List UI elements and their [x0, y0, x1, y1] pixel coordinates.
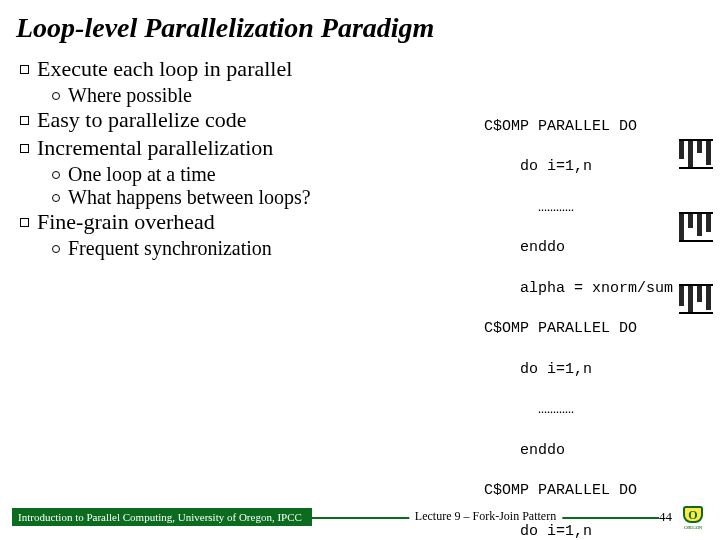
code-line: do i=1,n: [484, 157, 673, 177]
bullet-square-icon: [20, 144, 29, 153]
bullet-text: Frequent synchronization: [68, 237, 272, 260]
logo-letter: O: [683, 506, 703, 523]
bullet-text: One loop at a time: [68, 163, 216, 186]
code-line: C$OMP PARALLEL DO: [484, 117, 673, 137]
code-column: C$OMP PARALLEL DO do i=1,n ………… enddo al…: [484, 56, 704, 540]
bullet-easy: Easy to parallelize code: [16, 107, 476, 133]
slide-footer: Introduction to Parallel Computing, Univ…: [0, 500, 720, 540]
footer-divider: Lecture 9 – Fork-Join Pattern: [312, 507, 659, 527]
bullet-execute: Execute each loop in parallel: [16, 56, 476, 82]
code-line: C$OMP PARALLEL DO: [484, 319, 673, 339]
bullet-circle-icon: [52, 245, 60, 253]
page-title: Loop-level Parallelization Paradigm: [16, 12, 704, 44]
code-line: …………: [484, 198, 673, 218]
subbullet-whathappens: What happens between loops?: [52, 186, 476, 209]
code-line: enddo: [484, 441, 673, 461]
thread-group: [679, 139, 713, 169]
subbullet-frequent: Frequent synchronization: [52, 237, 476, 260]
content-column: Execute each loop in parallel Where poss…: [16, 56, 476, 540]
code-line: do i=1,n: [484, 360, 673, 380]
code-block: C$OMP PARALLEL DO do i=1,n ………… enddo al…: [484, 97, 673, 541]
logo-subtext: OREGON: [678, 525, 708, 530]
subbullet-where: Where possible: [52, 84, 476, 107]
bullet-square-icon: [20, 116, 29, 125]
bullet-text: Fine-grain overhead: [37, 209, 215, 235]
code-line: C$OMP PARALLEL DO: [484, 481, 673, 501]
bullet-circle-icon: [52, 194, 60, 202]
code-line: …………: [484, 400, 673, 420]
bullet-circle-icon: [52, 92, 60, 100]
bullet-incremental: Incremental parallelization: [16, 135, 476, 161]
subbullet-oneloop: One loop at a time: [52, 163, 476, 186]
oregon-logo-icon: O OREGON: [678, 506, 708, 528]
bullet-finegrain: Fine-grain overhead: [16, 209, 476, 235]
code-line: alpha = xnorm/sum: [484, 279, 673, 299]
thread-diagram: [679, 99, 713, 199]
bullet-text: Incremental parallelization: [37, 135, 273, 161]
thread-group: [679, 212, 713, 242]
code-line: enddo: [484, 238, 673, 258]
bullet-text: What happens between loops?: [68, 186, 311, 209]
bullet-square-icon: [20, 218, 29, 227]
footer-course: Introduction to Parallel Computing, Univ…: [12, 508, 312, 526]
bullet-square-icon: [20, 65, 29, 74]
thread-group: [679, 284, 713, 314]
page-number: 44: [659, 509, 672, 525]
footer-lecture: Lecture 9 – Fork-Join Pattern: [409, 509, 562, 524]
bullet-circle-icon: [52, 171, 60, 179]
bullet-text: Easy to parallelize code: [37, 107, 247, 133]
bullet-text: Execute each loop in parallel: [37, 56, 292, 82]
bullet-text: Where possible: [68, 84, 192, 107]
